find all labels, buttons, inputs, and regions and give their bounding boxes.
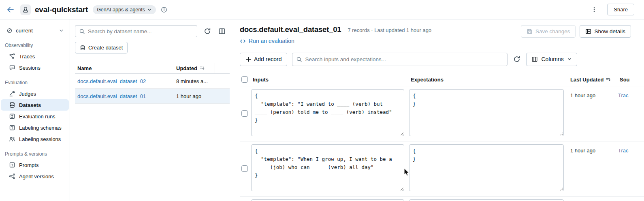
top-bar: eval-quickstart GenAI apps & agents Shar… [0,0,644,19]
prompts-icon [9,162,15,168]
record-last-updated: 1 hour ago [569,89,618,98]
sidebar-item-label: Labeling sessions [19,136,61,142]
dataset-link[interactable]: docs.default.eval_dataset_02 [77,78,146,84]
sidebar-item-agent-versions[interactable]: Agent versions [1,171,69,182]
sidebar-item-labeling-schemas[interactable]: Labeling schemas [1,122,69,133]
refresh-datasets-button[interactable] [203,27,212,36]
experiment-icon [20,4,31,15]
panel-left-arrow-icon [585,28,591,34]
sidebar-item-label: Evaluation runs [19,113,55,120]
kebab-menu-icon [591,6,597,13]
environment-label: current [16,28,33,34]
records-table-header: Inputs Expectations Last Updated Sou [240,73,644,86]
chevron-down-icon [147,7,152,12]
sidebar-item-label: Agent versions [19,173,54,180]
evaluation-runs-icon [9,113,15,120]
show-details-label: Show details [594,28,625,34]
dataset-updated: 8 minutes a... [176,78,215,84]
sessions-icon [9,64,15,71]
create-dataset-label: Create dataset [88,45,123,51]
expectations-textarea[interactable]: { } [409,89,564,136]
column-header-last-updated[interactable]: Last Updated [569,77,618,83]
sidebar-item-label: Judges [19,91,36,97]
select-all-checkbox[interactable] [241,76,248,83]
sidebar-item-label: Datasets [19,102,41,108]
search-icon [79,28,85,34]
dataset-title: docs.default.eval_dataset_01 [240,25,341,34]
scope-selector-label: GenAI apps & agents [97,7,145,13]
dataset-detail-panel: docs.default.eval_dataset_01 7 records ·… [234,19,644,201]
columns-icon [531,56,538,62]
dataset-table: Name Updated docs.default.eval_dataset_0… [75,63,230,104]
back-button[interactable] [6,6,15,14]
records-table: Inputs Expectations Last Updated Sou { "… [240,73,644,201]
traces-icon [9,53,15,60]
sidebar-item-label: Traces [19,53,35,60]
share-button[interactable]: Share [607,4,634,15]
dataset-list-panel: Create dataset Name Updated docs.default… [70,19,234,201]
expectations-textarea[interactable]: { } [409,144,564,191]
save-icon [527,28,533,34]
environment-selector[interactable]: current [0,25,70,36]
refresh-icon [513,56,520,63]
save-changes-button[interactable]: Save changes [521,25,576,38]
sidebar-item-traces[interactable]: Traces [1,51,69,62]
sidebar-item-evaluation-runs[interactable]: Evaluation runs [1,111,69,122]
column-header-source: Sou [618,77,644,83]
dataset-search-input[interactable] [88,28,193,34]
inputs-textarea[interactable] [251,199,404,201]
sidebar-item-label: Labeling schemas [19,125,62,131]
columns-icon [218,28,226,35]
column-spacer [215,63,230,73]
expectations-textarea[interactable] [409,199,564,201]
row-checkbox[interactable] [241,110,248,117]
show-details-button[interactable]: Show details [580,25,631,38]
agent-versions-icon [9,173,15,180]
records-search-input[interactable] [305,56,503,62]
records-columns-button[interactable]: Columns [526,53,577,66]
section-prompts-versions: Prompts & versions [0,145,70,159]
dataset-link[interactable]: docs.default.eval_dataset_01 [77,93,146,99]
record-row: { "template": "When I grow up, I want to… [240,141,644,197]
chevron-down-icon [567,57,572,62]
labeling-sessions-icon [9,136,15,142]
none-icon [6,28,13,34]
sidebar-item-judges[interactable]: Judges [1,88,69,99]
record-last-updated: 1 hour ago [569,144,618,154]
dataset-columns-button[interactable] [218,27,226,36]
sidebar-item-labeling-sessions[interactable]: Labeling sessions [1,133,69,145]
refresh-records-button[interactable] [512,55,521,64]
column-header-updated[interactable]: Updated [176,65,215,71]
record-source-link[interactable]: Trac [618,92,629,98]
info-icon [161,6,167,13]
inputs-textarea[interactable]: { "template": "When I grow up, I want to… [251,144,404,191]
record-source-link[interactable]: Trac [618,148,629,154]
save-changes-label: Save changes [535,28,570,34]
page-title: eval-quickstart [35,5,88,14]
run-evaluation-label: Run an evaluation [249,38,294,44]
sidebar-item-datasets[interactable]: Datasets [1,99,69,111]
info-button[interactable] [161,6,167,13]
inputs-textarea[interactable]: { "template": "I wanted to ____ (verb) b… [251,89,404,136]
column-header-name: Name [75,65,176,71]
overflow-menu-button[interactable] [589,5,599,15]
datasets-icon [80,45,85,51]
chevron-down-icon [59,28,64,33]
column-header-inputs: Inputs [251,77,409,83]
table-row[interactable]: docs.default.eval_dataset_02 8 minutes a… [75,74,230,89]
dataset-search-box [75,25,197,37]
sort-icon [606,77,611,82]
table-row-selected[interactable]: docs.default.eval_dataset_01 1 hour ago [75,89,230,104]
add-record-label: Add record [254,56,281,62]
sidebar-item-prompts[interactable]: Prompts [1,159,69,171]
create-dataset-button[interactable]: Create dataset [75,42,128,53]
sidebar-item-sessions[interactable]: Sessions [1,62,69,73]
run-evaluation-link[interactable]: Run an evaluation [240,38,294,44]
scope-selector[interactable]: GenAI apps & agents [93,5,156,14]
add-record-button[interactable]: Add record [240,53,287,66]
record-row: { "template": "I wanted to ____ (verb) b… [240,86,644,141]
row-checkbox[interactable] [241,165,248,172]
back-arrow-icon [6,6,15,14]
search-icon [296,56,302,62]
code-icon [240,38,246,44]
